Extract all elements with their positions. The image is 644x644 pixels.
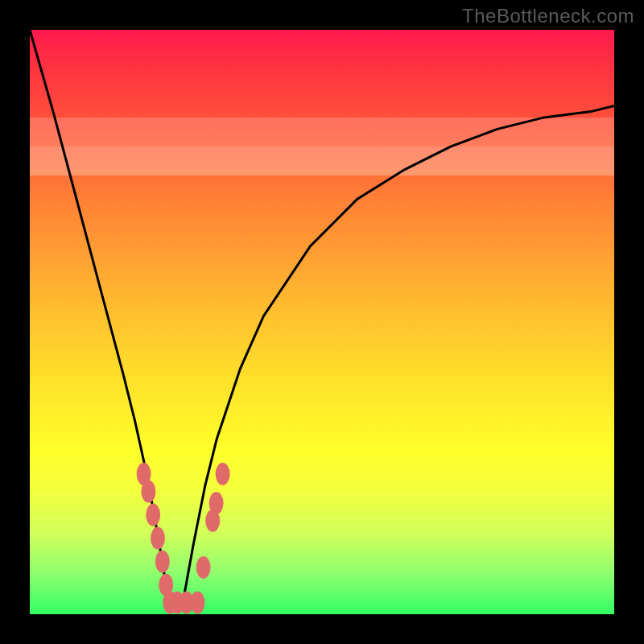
- watermark-text: TheBottleneck.com: [462, 5, 634, 27]
- chart-frame: TheBottleneck.com: [0, 0, 644, 644]
- gradient-background: [30, 30, 614, 614]
